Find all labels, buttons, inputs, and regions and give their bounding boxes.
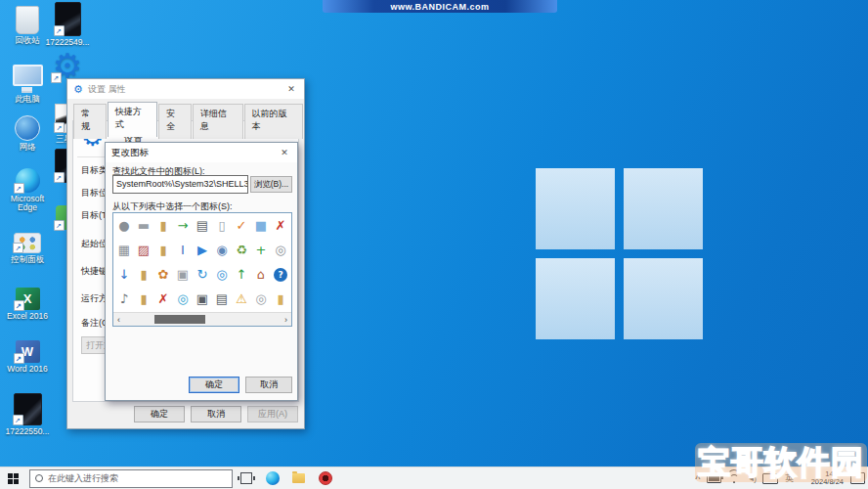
ok-button[interactable]: 确定 <box>134 406 185 422</box>
desktop-icon-word-6[interactable]: ↗Word 2016 <box>4 340 51 374</box>
shell32-icon-9[interactable]: ▦ <box>114 238 134 262</box>
bandicam-recording-button[interactable] <box>312 471 338 485</box>
shell32-icon-17[interactable]: ◎ <box>271 238 290 262</box>
shell32-icon-31[interactable]: ▣ <box>193 287 212 311</box>
task-view-icon <box>240 472 252 484</box>
icon-path-input[interactable]: SystemRoot%\System32\SHELL32.dll <box>112 175 248 194</box>
task-view-button[interactable] <box>233 472 259 484</box>
shell32-icon-20[interactable]: ✿ <box>153 262 173 287</box>
shell32-icon-18[interactable]: ↓ <box>114 262 134 287</box>
desktop-icon-edge-3[interactable]: ↗Microsoft Edge <box>4 168 51 212</box>
desktop-icon-network-2[interactable]: 网络 <box>4 115 51 152</box>
shell32-icon-25[interactable]: ⌂ <box>251 262 271 287</box>
shell32-icon-8[interactable]: ✗ <box>271 213 290 238</box>
shell32-icon-13[interactable]: ▶ <box>193 238 212 262</box>
icon-glyph: ⚠ <box>236 291 247 306</box>
search-icon <box>35 474 43 482</box>
shell32-icon-1[interactable]: ▬ <box>134 213 153 238</box>
tab-安全[interactable]: 安全 <box>158 104 192 139</box>
desktop-icon-excel-5[interactable]: ↗Excel 2016 <box>4 288 51 321</box>
scroll-right-icon[interactable] <box>281 314 291 326</box>
taskbar-search-input[interactable]: 在此键入进行搜索 <box>29 469 233 488</box>
shell32-icon-14[interactable]: ◉ <box>212 238 232 262</box>
shell32-icon-23[interactable]: ◎ <box>212 262 232 287</box>
shell32-icon-21[interactable]: ▣ <box>173 262 193 287</box>
shell32-icon-35[interactable]: ▮ <box>271 287 290 311</box>
change-icon-dialog-title: 更改图标 <box>111 147 273 159</box>
icon-glyph: ◎ <box>177 291 188 306</box>
desktop-icon-image-7[interactable]: ↗17222550... <box>4 393 51 436</box>
shell32-icon-16[interactable]: + <box>251 238 271 262</box>
icon-grid[interactable]: ●▬▮→▤▯✓■✗▦▨▮I▶◉♻+◎↓▮✿▣↻◎↑⌂?♪▮✗◎▣▤⚠◎▮ <box>112 212 292 327</box>
shell32-icon-10[interactable]: ▨ <box>134 238 153 262</box>
desktop-icon-control-4[interactable]: ↗控制面板 <box>4 233 51 264</box>
shell32-icon-3[interactable]: → <box>173 213 193 238</box>
horizontal-scrollbar[interactable] <box>113 312 291 326</box>
shell32-icon-32[interactable]: ▤ <box>212 287 232 311</box>
shell32-icon-33[interactable]: ⚠ <box>232 287 251 311</box>
shell32-icon-22[interactable]: ↻ <box>193 262 212 287</box>
shortcut-arrow-icon: ↗ <box>13 415 23 425</box>
ok-button[interactable]: 确定 <box>189 377 239 393</box>
shell32-icon-28[interactable]: ▮ <box>134 287 153 311</box>
desktop-icon-computer-1[interactable]: 此电脑 <box>4 61 51 104</box>
shell32-icon-0[interactable]: ● <box>114 213 134 238</box>
shortcut-arrow-icon: ↗ <box>51 72 62 83</box>
shell32-icon-34[interactable]: ◎ <box>251 287 271 311</box>
properties-titlebar[interactable]: 设置 属性 <box>67 79 304 99</box>
taskbar-edge-button[interactable] <box>259 471 285 485</box>
desktop-icon-recycle-0[interactable]: 回收站 <box>4 6 51 45</box>
icon-glyph: ⌂ <box>257 267 265 282</box>
desktop-icon-settings-1[interactable]: ↗ <box>49 49 86 82</box>
tab-常规[interactable]: 常规 <box>73 104 107 139</box>
icon-glyph: ◉ <box>216 243 227 257</box>
desktop-icon-label: 回收站 <box>15 36 40 45</box>
word-icon: ↗ <box>16 340 40 363</box>
settings-icon: ↗ <box>53 49 82 82</box>
shell32-icon-19[interactable]: ▮ <box>134 262 153 287</box>
shortcut-arrow-icon: ↗ <box>13 243 23 253</box>
shell32-icon-15[interactable]: ♻ <box>232 238 251 262</box>
icon-glyph: ▮ <box>159 218 166 233</box>
desktop-icon-label: Microsoft Edge <box>4 195 51 212</box>
shell32-icon-30[interactable]: ◎ <box>173 287 193 311</box>
file-explorer-button[interactable] <box>285 473 312 483</box>
cancel-button[interactable]: 取消 <box>191 406 241 422</box>
icon-glyph: I <box>181 243 185 257</box>
shell32-icon-24[interactable]: ↑ <box>232 262 251 287</box>
windows-logo-pane <box>536 168 615 249</box>
shell32-icon-7[interactable]: ■ <box>251 213 271 238</box>
shell32-icon-29[interactable]: ✗ <box>153 287 173 311</box>
tab-以前的版本[interactable]: 以前的版本 <box>244 104 303 139</box>
icon-glyph: ▬ <box>138 218 150 233</box>
bandicam-watermark: www.BANDICAM.com <box>323 0 557 13</box>
change-icon-titlebar[interactable]: 更改图标 <box>106 143 297 162</box>
shell32-icon-11[interactable]: ▮ <box>153 238 173 262</box>
browse-button[interactable]: 浏览(B)... <box>250 176 292 193</box>
shortcut-arrow-icon: ↗ <box>14 353 24 364</box>
desktop-icon-thumbd-0[interactable]: ↗17222549... <box>49 2 86 47</box>
icon-glyph: ▦ <box>118 243 130 257</box>
tab-详细信息[interactable]: 详细信息 <box>193 104 243 139</box>
desktop-icon-label: Excel 2016 <box>7 312 48 321</box>
edge-icon: ↗ <box>16 168 40 193</box>
shell32-icon-12[interactable]: I <box>173 238 193 262</box>
shell32-icon-26[interactable]: ? <box>271 262 290 287</box>
change-icon-dialog: 更改图标 查找此文件中的图标(L): SystemRoot%\System32\… <box>105 142 298 401</box>
tab-快捷方式[interactable]: 快捷方式 <box>108 102 158 137</box>
scrollbar-thumb[interactable] <box>154 315 205 324</box>
icon-glyph: ● <box>118 218 129 233</box>
shell32-icon-2[interactable]: ▮ <box>153 213 173 238</box>
cancel-button[interactable]: 取消 <box>245 377 292 393</box>
shell32-icon-6[interactable]: ✓ <box>232 213 251 238</box>
start-button[interactable] <box>0 473 26 484</box>
close-icon[interactable] <box>284 84 298 94</box>
shell32-icon-27[interactable]: ♪ <box>114 287 134 311</box>
shell32-icon-5[interactable]: ▯ <box>212 213 232 238</box>
desktop-icon-label: Word 2016 <box>7 365 47 374</box>
scroll-left-icon[interactable] <box>113 314 124 326</box>
apply-button[interactable]: 应用(A) <box>247 406 298 422</box>
close-icon[interactable] <box>278 148 291 157</box>
icon-glyph: ▯ <box>218 218 225 233</box>
shell32-icon-4[interactable]: ▤ <box>193 213 212 238</box>
